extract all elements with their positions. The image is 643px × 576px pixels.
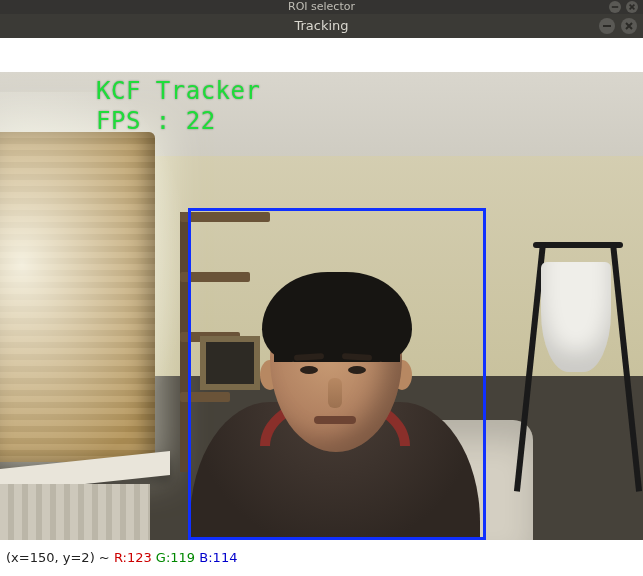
coord-mid: , y=	[55, 550, 82, 565]
background-window-titlebar: ROI selector	[0, 0, 643, 14]
cursor-x: 150	[30, 550, 55, 565]
b-value: 114	[213, 550, 238, 565]
scene-window-blinds	[0, 132, 155, 462]
close-button-bg[interactable]	[626, 1, 638, 13]
fps-value: 22	[186, 107, 216, 135]
window-titlebar[interactable]: Tracking	[0, 14, 643, 38]
g-label: G:	[156, 550, 170, 565]
tracker-name: KCF Tracker	[96, 77, 260, 105]
minimize-button[interactable]	[599, 18, 615, 34]
r-label: R:	[114, 550, 127, 565]
window-title: Tracking	[294, 14, 348, 38]
coord-prefix: (x=	[6, 550, 30, 565]
scene-radiator	[0, 484, 150, 540]
tracker-overlay: KCF Tracker FPS : 22	[96, 76, 260, 136]
cursor-y: 2	[81, 550, 89, 565]
coord-suffix: ) ~	[90, 550, 114, 565]
video-frame: KCF Tracker FPS : 22	[0, 72, 643, 540]
tracking-bounding-box	[188, 208, 486, 540]
status-bar: (x=150, y=2) ~ R:123 G:119 B:114	[0, 540, 643, 576]
close-button[interactable]	[621, 18, 637, 34]
toolbar-strip	[0, 38, 643, 72]
g-value: 119	[170, 550, 195, 565]
svg-rect-1	[603, 25, 611, 27]
fps-label: FPS :	[96, 107, 186, 135]
minimize-button-bg[interactable]	[609, 1, 621, 13]
svg-rect-0	[612, 6, 618, 8]
r-value: 123	[127, 550, 152, 565]
desktop: ROI selector Tracking	[0, 0, 643, 576]
b-label: B:	[199, 550, 212, 565]
scene-clothes-rack	[523, 242, 633, 492]
background-window-title: ROI selector	[288, 0, 355, 14]
